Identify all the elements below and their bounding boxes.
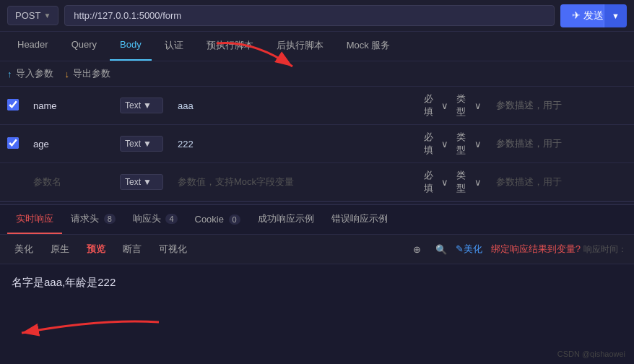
search-icon: 🔍 — [435, 244, 447, 255]
send-label: ✈ 发送 — [572, 9, 604, 22]
row2-name-cell: age — [26, 125, 113, 163]
btab-req-header[interactable]: 请求头 8 — [62, 205, 124, 234]
send-button[interactable]: ✈ 发送 — [560, 4, 604, 27]
resp-header-badge: 4 — [165, 214, 177, 224]
copy-button[interactable]: ⊕ — [407, 241, 427, 258]
btab-success-example[interactable]: 成功响应示例 — [249, 205, 323, 234]
type-label-arrow-icon: ∨ — [474, 100, 482, 111]
btab-cookie[interactable]: Cookie 0 — [186, 207, 249, 233]
tab-header[interactable]: Header — [7, 32, 58, 61]
row1-desc-cell: 参数描述，用于 — [489, 87, 634, 125]
placeholder-checkbox-cell — [0, 163, 26, 202]
beautify-link[interactable]: ✎美化 — [456, 243, 482, 256]
row2-checkbox[interactable] — [7, 137, 19, 149]
row2-value-input[interactable] — [178, 139, 409, 150]
table-row: age Text ▼ 必填 ∨ 类型 ∨ — [0, 125, 634, 163]
row2-value-cell — [170, 125, 417, 163]
rtab-preview[interactable]: 预览 — [79, 239, 113, 259]
tab-post-script[interactable]: 后执行脚本 — [266, 32, 334, 61]
row1-required-select[interactable]: 必填 ∨ 类型 ∨ — [424, 92, 482, 118]
top-bar: POST ▼ ✈ 发送 ▼ — [0, 0, 634, 32]
placeholder-desc-cell: 参数描述，用于 — [489, 163, 634, 202]
tab-query[interactable]: Query — [61, 32, 107, 61]
row2-checkbox-cell — [0, 125, 26, 163]
row1-type-select[interactable]: Text ▼ — [120, 98, 163, 113]
resp-time-label: 响应时间： — [583, 243, 627, 256]
method-arrow-icon: ▼ — [43, 12, 51, 20]
placeholder-name-cell: 参数名 — [26, 163, 113, 202]
watermark: CSDN @qishaowei — [557, 350, 625, 358]
bottom-tabs: 实时响应 请求头 8 响应头 4 Cookie 0 成功响应示例 错误响应示例 — [0, 204, 634, 235]
send-arrow-icon: ▼ — [612, 12, 620, 20]
rtab-visual[interactable]: 可视化 — [152, 239, 194, 259]
placeholder-type-cell: Text ▼ — [113, 163, 170, 202]
placeholder-type-select[interactable]: Text ▼ — [120, 174, 163, 190]
placeholder-type-arrow-icon: ▼ — [143, 177, 152, 187]
send-group: ✈ 发送 ▼ — [560, 4, 627, 27]
copy-icon: ⊕ — [413, 244, 421, 255]
tab-mock[interactable]: Mock 服务 — [336, 32, 401, 61]
btab-realtime[interactable]: 实时响应 — [7, 205, 62, 234]
params-section: name Text ▼ 必填 ∨ 类型 ∨ — [0, 87, 634, 202]
params-toolbar: ↑ 导入参数 ↓ 导出参数 — [0, 61, 634, 87]
method-button[interactable]: POST ▼ — [7, 6, 58, 25]
response-content: 名字是aaa,年龄是222 — [12, 276, 116, 288]
row2-required-cell: 必填 ∨ 类型 ∨ — [417, 125, 489, 163]
cookie-badge: 0 — [229, 214, 240, 225]
type-arrow2-icon: ▼ — [143, 139, 152, 149]
url-input[interactable] — [64, 5, 555, 26]
row1-type-cell: Text ▼ — [113, 87, 170, 125]
tab-body[interactable]: Body — [110, 32, 152, 61]
params-table: name Text ▼ 必填 ∨ 类型 ∨ — [0, 87, 634, 202]
tab-pre-script[interactable]: 预执行脚本 — [196, 32, 264, 61]
row1-checkbox[interactable] — [7, 99, 19, 110]
row2-desc-cell: 参数描述，用于 — [489, 125, 634, 163]
download-icon: ↓ — [65, 69, 70, 79]
export-params-button[interactable]: ↓ 导出参数 — [65, 67, 111, 80]
row1-required-cell: 必填 ∨ 类型 ∨ — [417, 87, 489, 125]
row1-value-input[interactable] — [178, 100, 409, 111]
required2-arrow-icon: ∨ — [441, 139, 448, 150]
row2-type-cell: Text ▼ — [113, 125, 170, 163]
row1-name-cell: name — [26, 87, 113, 125]
import-params-button[interactable]: ↑ 导入参数 — [7, 67, 53, 80]
placeholder-required-select[interactable]: 必填 ∨ 类型 ∨ — [424, 169, 482, 195]
response-toolbar: 美化 原生 预览 断言 可视化 ⊕ 🔍 ✎美化 绑定响应结果到变量? 响应时间： — [0, 235, 634, 264]
bind-link[interactable]: 绑定响应结果到变量? — [491, 243, 581, 256]
response-body: 名字是aaa,年龄是222 — [0, 264, 634, 308]
required-arrow-icon: ∨ — [441, 100, 448, 111]
btab-resp-header[interactable]: 响应头 4 — [124, 205, 186, 234]
type-label2-arrow-icon: ∨ — [474, 139, 482, 150]
upload-icon: ↑ — [7, 69, 12, 79]
placeholder-required-cell: 必填 ∨ 类型 ∨ — [417, 163, 489, 202]
send-dropdown-button[interactable]: ▼ — [604, 4, 627, 27]
btab-error-example[interactable]: 错误响应示例 — [323, 205, 396, 234]
placeholder-value-cell: 参数值，支持Mock字段变量 — [170, 163, 417, 202]
type-arrow-icon: ▼ — [143, 100, 152, 110]
placeholder-type-label-arrow-icon: ∨ — [474, 177, 482, 188]
annotation-arrow-bottom — [14, 311, 173, 344]
tab-auth[interactable]: 认证 — [155, 32, 194, 61]
table-row-placeholder: 参数名 Text ▼ 参数值，支持Mock字段变量 必填 ∨ 类型 — [0, 163, 634, 202]
method-label: POST — [15, 10, 40, 21]
rtab-raw[interactable]: 原生 — [43, 239, 77, 259]
table-row: name Text ▼ 必填 ∨ 类型 ∨ — [0, 87, 634, 125]
search-button[interactable]: 🔍 — [430, 241, 453, 258]
rtab-assert[interactable]: 断言 — [116, 239, 149, 259]
row1-value-cell — [170, 87, 417, 125]
rtab-beautify[interactable]: 美化 — [7, 239, 40, 259]
row2-required-select[interactable]: 必填 ∨ 类型 ∨ — [424, 131, 482, 157]
main-tabs: Header Query Body 认证 预执行脚本 后执行脚本 Mock 服务 — [0, 32, 634, 61]
row2-type-select[interactable]: Text ▼ — [120, 136, 163, 152]
placeholder-required-arrow-icon: ∨ — [441, 177, 448, 188]
req-header-badge: 8 — [104, 214, 116, 224]
row1-checkbox-cell — [0, 87, 26, 125]
